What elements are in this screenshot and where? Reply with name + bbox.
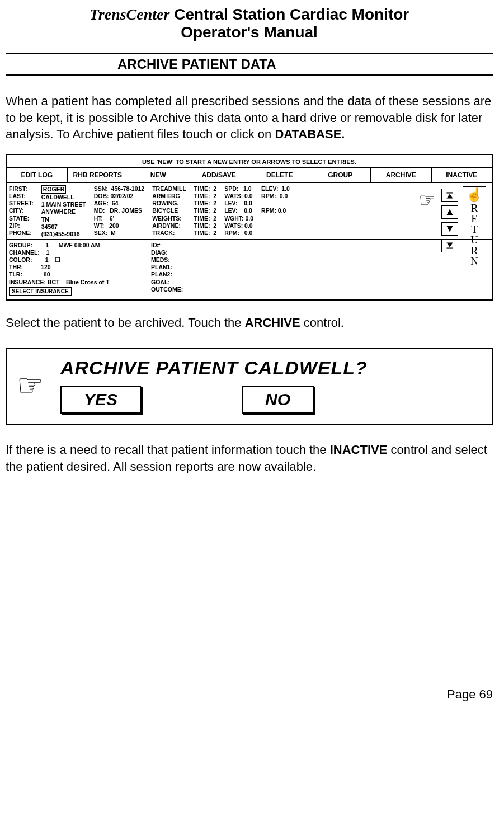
exercise-col: TREADMILL ARM ERG ROWING. BICYCLE WEIGHT… xyxy=(152,185,186,238)
dialog-question: ARCHIVE PATIENT CALDWELL? xyxy=(60,357,482,379)
add-save-button[interactable]: ADD/SAVE xyxy=(189,168,250,182)
database-keyword: DATABASE. xyxy=(275,127,345,141)
final-text-a: If there is a need to recall that patien… xyxy=(6,443,330,457)
step-text-c: control. xyxy=(300,316,344,330)
title-line-2: Operator's Manual xyxy=(6,24,493,41)
svg-rect-5 xyxy=(446,248,453,249)
section-heading: ARCHIVE PATIENT DATA xyxy=(6,53,493,76)
edit-log-button[interactable]: EDIT LOG xyxy=(7,168,68,182)
measure-col: SPD: 1.0 WATS: 0.0 LEV: 0.0 LEV: 0.0 WGH… xyxy=(224,185,253,238)
inactive-keyword: INACTIVE xyxy=(330,443,388,457)
time-col: TIME: 2 TIME: 2 TIME: 2 TIME: 2 TIME: 2 … xyxy=(194,185,216,238)
lower-left-text: GROUP: 1 MWF 08:00 AM CHANNEL: 1 COLOR: … xyxy=(9,242,110,285)
lower-left-col: GROUP: 1 MWF 08:00 AM CHANNEL: 1 COLOR: … xyxy=(9,242,143,296)
extra-col: ELEV: 1.0 RPM: 0.0 RPM: 0.0 xyxy=(261,185,290,238)
brand-name: TrensCenter xyxy=(90,6,170,23)
final-paragraph: If there is a need to recall that patien… xyxy=(6,442,493,475)
step-paragraph: Select the patient to be archived. Touch… xyxy=(6,315,493,331)
title-rest: Central Station Cardiac Monitor xyxy=(169,6,409,23)
svg-marker-2 xyxy=(446,209,453,215)
yes-button[interactable]: YES xyxy=(60,386,141,414)
scroll-bottom-button[interactable] xyxy=(441,239,458,252)
svg-marker-4 xyxy=(446,242,453,247)
scroll-top-button[interactable] xyxy=(441,189,458,202)
intro-text: When a patient has completed all prescri… xyxy=(6,94,491,141)
first-name-field[interactable]: ROGER xyxy=(41,185,67,194)
inactive-button[interactable]: INACTIVE xyxy=(432,168,492,182)
page-number: Page 69 xyxy=(6,687,493,702)
patient-info-lower: GROUP: 1 MWF 08:00 AM CHANNEL: 1 COLOR: … xyxy=(7,239,492,296)
pointing-hand-right-icon: ☞ xyxy=(17,368,44,403)
intro-paragraph: When a patient has completed all prescri… xyxy=(6,93,493,143)
svg-marker-1 xyxy=(446,194,453,198)
pointing-hand-icon: ☜ xyxy=(419,189,436,211)
svg-marker-3 xyxy=(446,226,453,232)
archive-dialog: ☞ ARCHIVE PATIENT CALDWELL? YES NO xyxy=(6,348,493,425)
values-col-1: ROGER CALDWELL 1 MAIN STREET ANYWHERE TN… xyxy=(41,185,86,238)
scroll-nav xyxy=(441,189,458,256)
demographics-col: SSN: 456-78-1012 DOB: 02/02/02 AGE: 64 M… xyxy=(94,185,144,238)
labels-col-1: FIRST: LAST: STREET: CITY: STATE: ZIP: P… xyxy=(9,185,34,238)
database-screenshot: USE 'NEW' TO START A NEW ENTRY OR ARROWS… xyxy=(6,154,493,301)
svg-rect-0 xyxy=(446,192,453,193)
step-text-a: Select the patient to be archived. Touch… xyxy=(6,316,245,330)
title-line-1: TrensCenter Central Station Cardiac Moni… xyxy=(6,6,493,24)
archive-keyword: ARCHIVE xyxy=(245,316,300,330)
lower-right-col: ID# DIAG: MEDS: PLAN1: PLAN2: GOAL: OUTC… xyxy=(151,242,183,296)
rhb-reports-button[interactable]: RHB REPORTS xyxy=(68,168,129,182)
toolbar: EDIT LOG RHB REPORTS NEW ADD/SAVE DELETE… xyxy=(7,167,492,183)
no-button[interactable]: NO xyxy=(242,386,314,414)
group-button[interactable]: GROUP xyxy=(310,168,371,182)
page-header: TrensCenter Central Station Cardiac Moni… xyxy=(6,6,493,41)
delete-button[interactable]: DELETE xyxy=(249,168,310,182)
scroll-up-button[interactable] xyxy=(441,205,458,219)
hint-bar: USE 'NEW' TO START A NEW ENTRY OR ARROWS… xyxy=(7,155,492,167)
return-label: R E T U R N xyxy=(463,203,486,266)
return-hand-icon: ☝ xyxy=(463,187,486,203)
select-insurance-button[interactable]: SELECT INSURANCE xyxy=(9,287,72,297)
new-button[interactable]: NEW xyxy=(128,168,189,182)
scroll-down-button[interactable] xyxy=(441,222,458,236)
return-button[interactable]: ☝ R E T U R N xyxy=(463,186,486,260)
archive-button[interactable]: ARCHIVE xyxy=(371,168,432,182)
